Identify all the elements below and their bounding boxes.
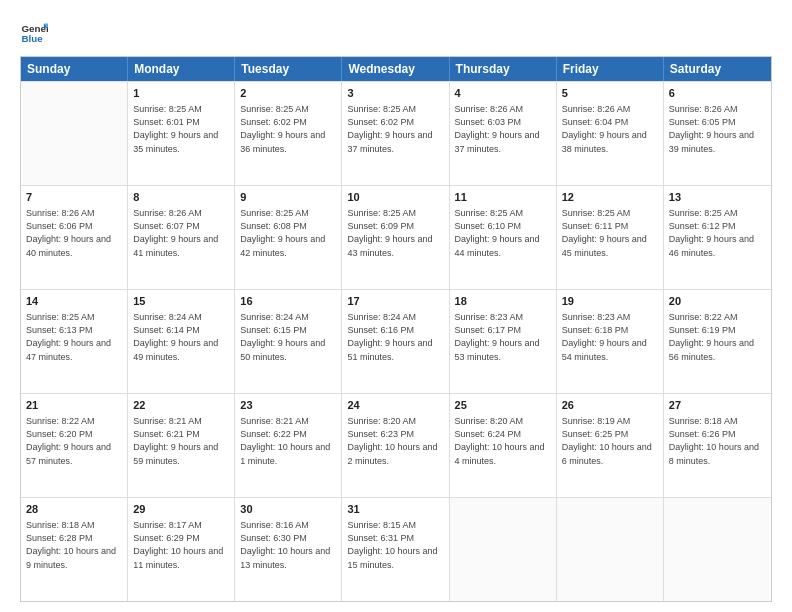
day-info: Sunrise: 8:25 AMSunset: 6:11 PMDaylight:… (562, 207, 658, 259)
day-info: Sunrise: 8:21 AMSunset: 6:22 PMDaylight:… (240, 415, 336, 467)
logo: General Blue (20, 18, 48, 46)
day-number: 18 (455, 294, 551, 309)
day-number: 5 (562, 86, 658, 101)
table-row: 2Sunrise: 8:25 AMSunset: 6:02 PMDaylight… (235, 82, 342, 185)
day-info: Sunrise: 8:24 AMSunset: 6:14 PMDaylight:… (133, 311, 229, 363)
col-header-saturday: Saturday (664, 57, 771, 81)
day-number: 13 (669, 190, 766, 205)
day-info: Sunrise: 8:18 AMSunset: 6:28 PMDaylight:… (26, 519, 122, 571)
table-row: 13Sunrise: 8:25 AMSunset: 6:12 PMDayligh… (664, 186, 771, 289)
calendar-page: General Blue SundayMondayTuesdayWednesda… (0, 0, 792, 612)
day-info: Sunrise: 8:24 AMSunset: 6:16 PMDaylight:… (347, 311, 443, 363)
header: General Blue (20, 18, 772, 46)
table-row (664, 498, 771, 601)
table-row: 23Sunrise: 8:21 AMSunset: 6:22 PMDayligh… (235, 394, 342, 497)
day-info: Sunrise: 8:20 AMSunset: 6:23 PMDaylight:… (347, 415, 443, 467)
day-info: Sunrise: 8:22 AMSunset: 6:20 PMDaylight:… (26, 415, 122, 467)
day-number: 14 (26, 294, 122, 309)
table-row: 24Sunrise: 8:20 AMSunset: 6:23 PMDayligh… (342, 394, 449, 497)
calendar: SundayMondayTuesdayWednesdayThursdayFrid… (20, 56, 772, 602)
day-info: Sunrise: 8:16 AMSunset: 6:30 PMDaylight:… (240, 519, 336, 571)
col-header-monday: Monday (128, 57, 235, 81)
logo-icon: General Blue (20, 18, 48, 46)
table-row: 29Sunrise: 8:17 AMSunset: 6:29 PMDayligh… (128, 498, 235, 601)
day-number: 12 (562, 190, 658, 205)
day-info: Sunrise: 8:26 AMSunset: 6:04 PMDaylight:… (562, 103, 658, 155)
day-info: Sunrise: 8:24 AMSunset: 6:15 PMDaylight:… (240, 311, 336, 363)
table-row: 8Sunrise: 8:26 AMSunset: 6:07 PMDaylight… (128, 186, 235, 289)
table-row: 7Sunrise: 8:26 AMSunset: 6:06 PMDaylight… (21, 186, 128, 289)
day-info: Sunrise: 8:26 AMSunset: 6:07 PMDaylight:… (133, 207, 229, 259)
day-number: 16 (240, 294, 336, 309)
day-info: Sunrise: 8:19 AMSunset: 6:25 PMDaylight:… (562, 415, 658, 467)
day-number: 9 (240, 190, 336, 205)
col-header-sunday: Sunday (21, 57, 128, 81)
day-info: Sunrise: 8:26 AMSunset: 6:05 PMDaylight:… (669, 103, 766, 155)
day-number: 11 (455, 190, 551, 205)
day-number: 27 (669, 398, 766, 413)
table-row: 28Sunrise: 8:18 AMSunset: 6:28 PMDayligh… (21, 498, 128, 601)
day-number: 23 (240, 398, 336, 413)
day-info: Sunrise: 8:25 AMSunset: 6:02 PMDaylight:… (240, 103, 336, 155)
day-info: Sunrise: 8:26 AMSunset: 6:03 PMDaylight:… (455, 103, 551, 155)
day-number: 29 (133, 502, 229, 517)
day-number: 19 (562, 294, 658, 309)
day-number: 30 (240, 502, 336, 517)
week-row-3: 14Sunrise: 8:25 AMSunset: 6:13 PMDayligh… (21, 289, 771, 393)
day-number: 20 (669, 294, 766, 309)
day-number: 2 (240, 86, 336, 101)
table-row: 18Sunrise: 8:23 AMSunset: 6:17 PMDayligh… (450, 290, 557, 393)
table-row (450, 498, 557, 601)
table-row (557, 498, 664, 601)
table-row: 10Sunrise: 8:25 AMSunset: 6:09 PMDayligh… (342, 186, 449, 289)
table-row: 4Sunrise: 8:26 AMSunset: 6:03 PMDaylight… (450, 82, 557, 185)
day-info: Sunrise: 8:25 AMSunset: 6:13 PMDaylight:… (26, 311, 122, 363)
day-info: Sunrise: 8:23 AMSunset: 6:17 PMDaylight:… (455, 311, 551, 363)
day-info: Sunrise: 8:25 AMSunset: 6:12 PMDaylight:… (669, 207, 766, 259)
day-number: 6 (669, 86, 766, 101)
table-row: 11Sunrise: 8:25 AMSunset: 6:10 PMDayligh… (450, 186, 557, 289)
col-header-tuesday: Tuesday (235, 57, 342, 81)
day-info: Sunrise: 8:17 AMSunset: 6:29 PMDaylight:… (133, 519, 229, 571)
week-row-5: 28Sunrise: 8:18 AMSunset: 6:28 PMDayligh… (21, 497, 771, 601)
day-info: Sunrise: 8:26 AMSunset: 6:06 PMDaylight:… (26, 207, 122, 259)
table-row: 19Sunrise: 8:23 AMSunset: 6:18 PMDayligh… (557, 290, 664, 393)
day-number: 17 (347, 294, 443, 309)
calendar-header: SundayMondayTuesdayWednesdayThursdayFrid… (21, 57, 771, 81)
table-row: 25Sunrise: 8:20 AMSunset: 6:24 PMDayligh… (450, 394, 557, 497)
table-row: 27Sunrise: 8:18 AMSunset: 6:26 PMDayligh… (664, 394, 771, 497)
day-info: Sunrise: 8:15 AMSunset: 6:31 PMDaylight:… (347, 519, 443, 571)
day-number: 7 (26, 190, 122, 205)
day-info: Sunrise: 8:25 AMSunset: 6:09 PMDaylight:… (347, 207, 443, 259)
table-row: 30Sunrise: 8:16 AMSunset: 6:30 PMDayligh… (235, 498, 342, 601)
day-info: Sunrise: 8:25 AMSunset: 6:10 PMDaylight:… (455, 207, 551, 259)
day-number: 3 (347, 86, 443, 101)
week-row-2: 7Sunrise: 8:26 AMSunset: 6:06 PMDaylight… (21, 185, 771, 289)
week-row-4: 21Sunrise: 8:22 AMSunset: 6:20 PMDayligh… (21, 393, 771, 497)
table-row: 1Sunrise: 8:25 AMSunset: 6:01 PMDaylight… (128, 82, 235, 185)
col-header-thursday: Thursday (450, 57, 557, 81)
table-row: 5Sunrise: 8:26 AMSunset: 6:04 PMDaylight… (557, 82, 664, 185)
day-number: 24 (347, 398, 443, 413)
day-number: 28 (26, 502, 122, 517)
table-row: 20Sunrise: 8:22 AMSunset: 6:19 PMDayligh… (664, 290, 771, 393)
day-info: Sunrise: 8:21 AMSunset: 6:21 PMDaylight:… (133, 415, 229, 467)
table-row: 15Sunrise: 8:24 AMSunset: 6:14 PMDayligh… (128, 290, 235, 393)
table-row: 12Sunrise: 8:25 AMSunset: 6:11 PMDayligh… (557, 186, 664, 289)
svg-text:Blue: Blue (21, 33, 43, 44)
day-number: 10 (347, 190, 443, 205)
table-row: 17Sunrise: 8:24 AMSunset: 6:16 PMDayligh… (342, 290, 449, 393)
day-info: Sunrise: 8:25 AMSunset: 6:02 PMDaylight:… (347, 103, 443, 155)
table-row: 9Sunrise: 8:25 AMSunset: 6:08 PMDaylight… (235, 186, 342, 289)
day-number: 8 (133, 190, 229, 205)
day-number: 1 (133, 86, 229, 101)
day-info: Sunrise: 8:18 AMSunset: 6:26 PMDaylight:… (669, 415, 766, 467)
day-info: Sunrise: 8:25 AMSunset: 6:08 PMDaylight:… (240, 207, 336, 259)
day-number: 21 (26, 398, 122, 413)
day-number: 25 (455, 398, 551, 413)
day-number: 22 (133, 398, 229, 413)
col-header-wednesday: Wednesday (342, 57, 449, 81)
day-info: Sunrise: 8:23 AMSunset: 6:18 PMDaylight:… (562, 311, 658, 363)
day-info: Sunrise: 8:20 AMSunset: 6:24 PMDaylight:… (455, 415, 551, 467)
col-header-friday: Friday (557, 57, 664, 81)
